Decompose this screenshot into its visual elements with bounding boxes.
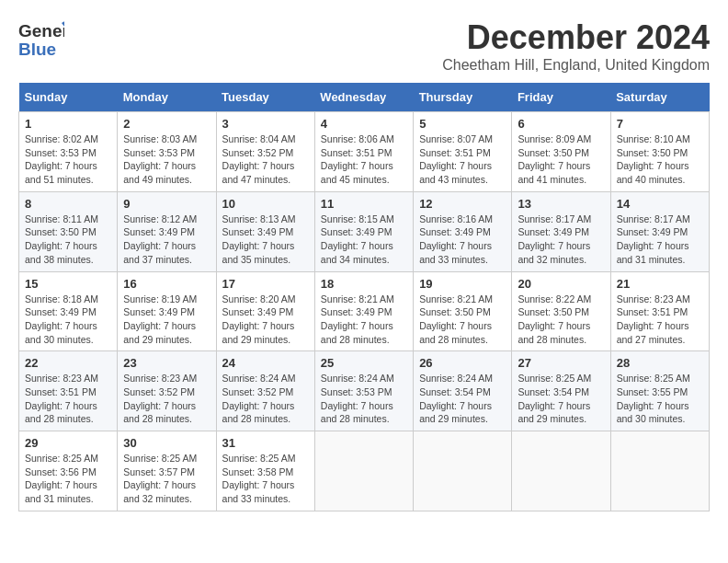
day-info: Sunrise: 8:25 AMSunset: 3:56 PMDaylight:… — [25, 452, 111, 506]
day-info: Sunrise: 8:10 AMSunset: 3:50 PMDaylight:… — [617, 132, 703, 187]
day-info: Sunrise: 8:09 AMSunset: 3:50 PMDaylight:… — [518, 132, 604, 187]
day-info: Sunrise: 8:25 AMSunset: 3:57 PMDaylight:… — [123, 452, 210, 506]
calendar-header-row: Sunday Monday Tuesday Wednesday Thursday… — [19, 83, 710, 112]
svg-text:Blue: Blue — [18, 40, 56, 59]
day-number: 28 — [617, 356, 703, 370]
calendar-day-cell: 10 Sunrise: 8:13 AMSunset: 3:49 PMDaylig… — [216, 191, 314, 271]
calendar-week-row: 1 Sunrise: 8:02 AMSunset: 3:53 PMDayligh… — [19, 112, 710, 192]
day-info: Sunrise: 8:23 AMSunset: 3:51 PMDaylight:… — [25, 372, 111, 426]
day-info: Sunrise: 8:11 AMSunset: 3:50 PMDaylight:… — [25, 213, 111, 267]
calendar-day-cell: 11 Sunrise: 8:15 AMSunset: 3:49 PMDaylig… — [314, 191, 413, 271]
col-thursday: Thursday — [414, 83, 512, 112]
day-info: Sunrise: 8:22 AMSunset: 3:50 PMDaylight:… — [518, 293, 604, 347]
day-info: Sunrise: 8:25 AMSunset: 3:55 PMDaylight:… — [617, 372, 703, 426]
day-number: 29 — [25, 436, 111, 450]
day-number: 24 — [222, 356, 309, 370]
day-number: 17 — [222, 277, 309, 291]
day-info: Sunrise: 8:02 AMSunset: 3:53 PMDaylight:… — [25, 132, 111, 187]
day-info: Sunrise: 8:19 AMSunset: 3:49 PMDaylight:… — [123, 293, 210, 347]
calendar-day-cell — [610, 431, 709, 511]
calendar-day-cell: 2 Sunrise: 8:03 AMSunset: 3:53 PMDayligh… — [118, 112, 216, 192]
calendar-day-cell: 24 Sunrise: 8:24 AMSunset: 3:52 PMDaylig… — [216, 351, 314, 431]
day-number: 12 — [419, 197, 506, 211]
day-number: 14 — [617, 197, 703, 211]
day-info: Sunrise: 8:06 AMSunset: 3:51 PMDaylight:… — [321, 132, 407, 187]
day-info: Sunrise: 8:04 AMSunset: 3:52 PMDaylight:… — [222, 132, 309, 187]
calendar-table: Sunday Monday Tuesday Wednesday Thursday… — [18, 83, 710, 511]
page-title: December 2024 — [442, 18, 710, 57]
day-number: 18 — [321, 277, 407, 291]
day-info: Sunrise: 8:17 AMSunset: 3:49 PMDaylight:… — [617, 213, 703, 267]
page-subtitle: Cheetham Hill, England, United Kingdom — [442, 57, 710, 74]
day-number: 30 — [123, 436, 210, 450]
calendar-day-cell — [314, 431, 413, 511]
calendar-day-cell: 19 Sunrise: 8:21 AMSunset: 3:50 PMDaylig… — [414, 271, 512, 351]
calendar-day-cell: 14 Sunrise: 8:17 AMSunset: 3:49 PMDaylig… — [610, 191, 709, 271]
day-info: Sunrise: 8:23 AMSunset: 3:52 PMDaylight:… — [123, 372, 210, 426]
calendar-day-cell: 9 Sunrise: 8:12 AMSunset: 3:49 PMDayligh… — [118, 191, 216, 271]
day-number: 21 — [617, 277, 703, 291]
day-number: 7 — [617, 117, 703, 131]
day-number: 25 — [321, 356, 407, 370]
day-number: 31 — [222, 436, 309, 450]
calendar-day-cell: 18 Sunrise: 8:21 AMSunset: 3:49 PMDaylig… — [314, 271, 413, 351]
day-number: 16 — [123, 277, 210, 291]
col-saturday: Saturday — [610, 83, 709, 112]
calendar-day-cell: 17 Sunrise: 8:20 AMSunset: 3:49 PMDaylig… — [216, 271, 314, 351]
calendar-header: Sunday Monday Tuesday Wednesday Thursday… — [19, 83, 710, 112]
calendar-day-cell: 20 Sunrise: 8:22 AMSunset: 3:50 PMDaylig… — [512, 271, 610, 351]
day-number: 3 — [222, 117, 309, 131]
logo: General Blue — [18, 18, 64, 59]
day-number: 10 — [222, 197, 309, 211]
calendar-day-cell: 15 Sunrise: 8:18 AMSunset: 3:49 PMDaylig… — [19, 271, 118, 351]
calendar-day-cell: 7 Sunrise: 8:10 AMSunset: 3:50 PMDayligh… — [610, 112, 709, 192]
calendar-week-row: 29 Sunrise: 8:25 AMSunset: 3:56 PMDaylig… — [19, 431, 710, 511]
day-number: 23 — [123, 356, 210, 370]
col-sunday: Sunday — [19, 83, 118, 112]
day-info: Sunrise: 8:25 AMSunset: 3:58 PMDaylight:… — [222, 452, 309, 506]
calendar-day-cell: 31 Sunrise: 8:25 AMSunset: 3:58 PMDaylig… — [216, 431, 314, 511]
calendar-day-cell: 8 Sunrise: 8:11 AMSunset: 3:50 PMDayligh… — [19, 191, 118, 271]
calendar-day-cell: 22 Sunrise: 8:23 AMSunset: 3:51 PMDaylig… — [19, 351, 118, 431]
col-tuesday: Tuesday — [216, 83, 314, 112]
day-number: 20 — [518, 277, 604, 291]
day-number: 4 — [321, 117, 407, 131]
day-info: Sunrise: 8:21 AMSunset: 3:50 PMDaylight:… — [419, 293, 506, 347]
day-number: 2 — [123, 117, 210, 131]
calendar-week-row: 22 Sunrise: 8:23 AMSunset: 3:51 PMDaylig… — [19, 351, 710, 431]
day-number: 1 — [25, 117, 111, 131]
calendar-day-cell: 23 Sunrise: 8:23 AMSunset: 3:52 PMDaylig… — [118, 351, 216, 431]
day-number: 8 — [25, 197, 111, 211]
calendar-day-cell: 3 Sunrise: 8:04 AMSunset: 3:52 PMDayligh… — [216, 112, 314, 192]
day-info: Sunrise: 8:12 AMSunset: 3:49 PMDaylight:… — [123, 213, 210, 267]
col-monday: Monday — [118, 83, 216, 112]
svg-text:General: General — [18, 21, 64, 40]
day-info: Sunrise: 8:16 AMSunset: 3:49 PMDaylight:… — [419, 213, 506, 267]
col-friday: Friday — [512, 83, 610, 112]
day-info: Sunrise: 8:24 AMSunset: 3:53 PMDaylight:… — [321, 372, 407, 426]
calendar-day-cell: 6 Sunrise: 8:09 AMSunset: 3:50 PMDayligh… — [512, 112, 610, 192]
calendar-day-cell: 27 Sunrise: 8:25 AMSunset: 3:54 PMDaylig… — [512, 351, 610, 431]
calendar-day-cell: 16 Sunrise: 8:19 AMSunset: 3:49 PMDaylig… — [118, 271, 216, 351]
page-header: General Blue December 2024 Cheetham Hill… — [18, 18, 710, 74]
calendar-day-cell: 13 Sunrise: 8:17 AMSunset: 3:49 PMDaylig… — [512, 191, 610, 271]
calendar-day-cell — [512, 431, 610, 511]
day-info: Sunrise: 8:23 AMSunset: 3:51 PMDaylight:… — [617, 293, 703, 347]
day-number: 5 — [419, 117, 506, 131]
day-info: Sunrise: 8:25 AMSunset: 3:54 PMDaylight:… — [518, 372, 604, 426]
calendar-day-cell: 25 Sunrise: 8:24 AMSunset: 3:53 PMDaylig… — [314, 351, 413, 431]
day-info: Sunrise: 8:07 AMSunset: 3:51 PMDaylight:… — [419, 132, 506, 187]
calendar-day-cell: 5 Sunrise: 8:07 AMSunset: 3:51 PMDayligh… — [414, 112, 512, 192]
title-section: December 2024 Cheetham Hill, England, Un… — [442, 18, 710, 74]
day-info: Sunrise: 8:18 AMSunset: 3:49 PMDaylight:… — [25, 293, 111, 347]
day-info: Sunrise: 8:24 AMSunset: 3:52 PMDaylight:… — [222, 372, 309, 426]
calendar-week-row: 15 Sunrise: 8:18 AMSunset: 3:49 PMDaylig… — [19, 271, 710, 351]
calendar-day-cell: 4 Sunrise: 8:06 AMSunset: 3:51 PMDayligh… — [314, 112, 413, 192]
day-info: Sunrise: 8:24 AMSunset: 3:54 PMDaylight:… — [419, 372, 506, 426]
day-info: Sunrise: 8:15 AMSunset: 3:49 PMDaylight:… — [321, 213, 407, 267]
day-number: 19 — [419, 277, 506, 291]
calendar-day-cell: 29 Sunrise: 8:25 AMSunset: 3:56 PMDaylig… — [19, 431, 118, 511]
calendar-day-cell: 1 Sunrise: 8:02 AMSunset: 3:53 PMDayligh… — [19, 112, 118, 192]
day-number: 15 — [25, 277, 111, 291]
calendar-week-row: 8 Sunrise: 8:11 AMSunset: 3:50 PMDayligh… — [19, 191, 710, 271]
